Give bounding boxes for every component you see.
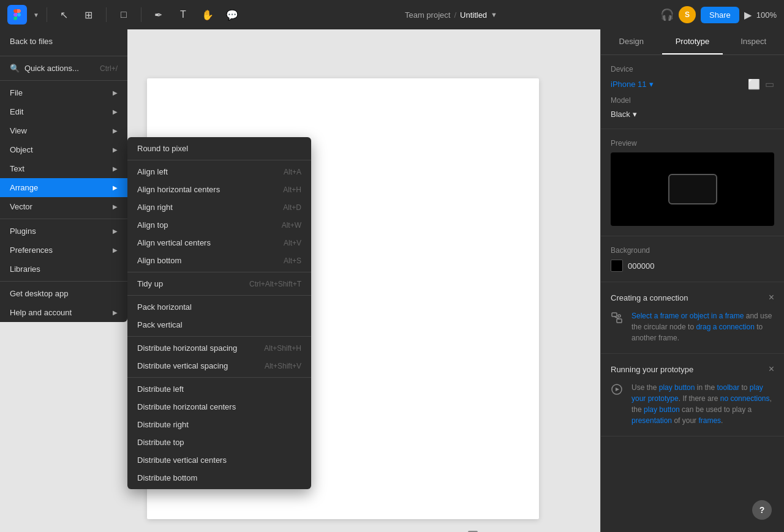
menu-item-help-label: Help and account [10,308,72,317]
svg-rect-0 [612,313,617,317]
quick-actions-item[interactable]: 🔍 Quick actions... Ctrl+/ [0,59,127,78]
hand-tool-btn[interactable]: ✋ [198,5,217,24]
background-row: 000000 [611,260,774,272]
menu-item-desktop[interactable]: Get desktop app [0,284,127,303]
menu-item-preferences[interactable]: Preferences ▶ [0,241,127,260]
phone-preview [668,174,717,204]
text-tool-btn[interactable]: T [173,5,193,24]
submenu-dist-top[interactable]: Distribute top [127,433,311,451]
svg-point-2 [618,315,620,317]
comment-tool-btn[interactable]: 💬 [222,5,242,24]
menu-item-edit[interactable]: Edit ▶ [0,102,127,121]
play-icon[interactable]: ▶ [744,9,752,21]
menu-item-preferences-label: Preferences [10,245,53,255]
landscape-icon[interactable]: ▭ [765,78,774,90]
submenu-align-v-centers[interactable]: Align vertical centers Alt+V [127,234,311,252]
shape-tool-btn[interactable]: □ [114,5,134,24]
tab-prototype-label: Prototype [676,37,710,46]
dist-bottom-label: Distribute bottom [137,473,197,482]
menu-divider-2 [0,80,127,81]
tab-design[interactable]: Design [601,29,662,54]
tidy-up-label: Tidy up [137,279,163,288]
project-name: Team project [405,10,450,20]
menu-item-arrange[interactable]: Arrange ▶ [0,178,127,197]
tab-prototype[interactable]: Prototype [662,29,723,54]
menu-item-text[interactable]: Text ▶ [0,159,127,178]
share-button[interactable]: Share [701,7,739,23]
submenu-dist-bottom[interactable]: Distribute bottom [127,469,311,487]
submenu-align-left[interactable]: Align left Alt+A [127,163,311,181]
submenu-dist-h-centers[interactable]: Distribute horizontal centers [127,398,311,416]
dist-v-spacing-shortcut: Alt+Shift+V [265,362,301,370]
help-button[interactable]: ? [752,500,772,520]
submenu-div-3 [127,295,311,296]
logo-dropdown-arrow[interactable]: ▼ [33,12,39,18]
svg-marker-5 [616,388,619,391]
figma-logo[interactable] [7,5,27,24]
toolbar-title-area: Team project / Untitled ▼ [247,10,655,20]
frame-tool-btn[interactable]: ⊞ [79,5,99,24]
connection-icon [611,312,625,326]
play-prototype-icon [611,383,625,398]
submenu-align-bottom[interactable]: Align bottom Alt+S [127,252,311,269]
align-v-centers-label: Align vertical centers [137,238,211,247]
dist-h-spacing-label: Distribute horizontal spacing [137,343,237,353]
submenu-align-top[interactable]: Align top Alt+W [127,216,311,234]
device-name-chevron: ▾ [649,80,654,89]
creating-connection-close[interactable]: × [769,292,774,303]
menu-item-file[interactable]: File ▶ [0,83,127,102]
align-h-centers-shortcut: Alt+H [283,185,301,194]
menu-divider-1 [0,56,127,56]
zoom-level[interactable]: 100% [756,10,777,20]
submenu-round-to-pixel[interactable]: Round to pixel [127,140,311,157]
background-hex[interactable]: 000000 [628,261,654,271]
portrait-icon[interactable]: ⬜ [748,78,760,90]
menu-item-view[interactable]: View ▶ [0,121,127,140]
submenu-pack-vertical[interactable]: Pack vertical [127,316,311,334]
menu-item-vector[interactable]: Vector ▶ [0,197,127,216]
toolbar-right: 🎧 S Share ▶ 100% [660,6,777,23]
running-prototype-header: Running your prototype × [611,364,774,375]
move-tool-btn[interactable]: ↖ [55,5,74,24]
model-name[interactable]: Black ▾ [611,110,637,119]
submenu-div-4 [127,336,311,337]
creating-connection-title: Creating a connection [611,293,688,302]
pen-tool-btn[interactable]: ✒ [149,5,168,24]
menu-divider-3 [0,219,127,219]
submenu-dist-v-spacing[interactable]: Distribute vertical spacing Alt+Shift+V [127,357,311,375]
submenu-dist-left[interactable]: Distribute left [127,380,311,398]
menu-item-plugins[interactable]: Plugins ▶ [0,222,127,241]
model-label: Model [611,96,774,105]
file-dropdown-arrow[interactable]: ▼ [491,11,497,18]
menu-item-text-label: Text [10,164,24,173]
submenu-align-h-centers[interactable]: Align horizontal centers Alt+H [127,181,311,198]
panel-tabs: Design Prototype Inspect [601,29,784,55]
submenu-tidy-up[interactable]: Tidy up Ctrl+Alt+Shift+T [127,275,311,293]
tab-design-label: Design [619,37,644,46]
dist-left-label: Distribute left [137,384,184,394]
submenu-pack-horizontal[interactable]: Pack horizontal [127,298,311,316]
submenu-dist-h-spacing[interactable]: Distribute horizontal spacing Alt+Shift+… [127,339,311,357]
tidy-up-shortcut: Ctrl+Alt+Shift+T [249,280,301,288]
submenu-dist-right[interactable]: Distribute right [127,416,311,433]
device-name[interactable]: iPhone 11 ▾ [611,80,654,89]
toolbar-sep-3 [141,7,141,22]
background-swatch[interactable] [611,260,623,272]
preview-section: Preview [601,129,784,236]
breadcrumb-slash: / [454,10,456,20]
running-prototype-close[interactable]: × [769,364,774,375]
submenu-div-2 [127,272,311,272]
menu-item-help[interactable]: Help and account ▶ [0,303,127,322]
avatar[interactable]: S [679,6,696,23]
submenu-dist-v-centers[interactable]: Distribute vertical centers [127,451,311,469]
file-name[interactable]: Untitled [460,10,487,20]
menu-item-object[interactable]: Object ▶ [0,140,127,159]
tab-inspect[interactable]: Inspect [723,29,784,54]
menu-item-libraries[interactable]: Libraries [0,260,127,279]
headphone-icon[interactable]: 🎧 [660,8,674,21]
back-to-files[interactable]: Back to files [0,29,127,53]
toolbar: ▼ ↖ ⊞ □ ✒ T ✋ 💬 Team project / Untitled … [0,0,784,29]
menu-divider-4 [0,281,127,282]
back-to-files-label: Back to files [10,37,53,46]
submenu-align-right[interactable]: Align right Alt+D [127,198,311,216]
